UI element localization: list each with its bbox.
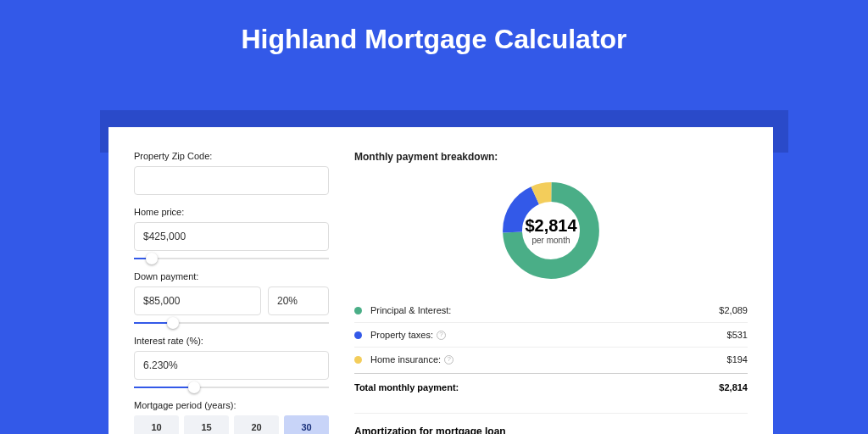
interest-rate-input[interactable]	[134, 351, 329, 380]
period-button-15[interactable]: 15	[184, 415, 229, 434]
down-payment-slider-thumb[interactable]	[167, 317, 179, 329]
inputs-panel: Property Zip Code: Home price: Down paym…	[134, 151, 348, 434]
breakdown-title: Monthly payment breakdown:	[354, 151, 748, 163]
breakdown-panel: Monthly payment breakdown: $2,814 per mo…	[348, 151, 748, 434]
total-row: Total monthly payment: $2,814	[354, 373, 748, 401]
calculator-card: Property Zip Code: Home price: Down paym…	[108, 127, 773, 434]
legend-dot-icon	[354, 331, 362, 339]
zip-field-group: Property Zip Code:	[134, 151, 329, 195]
legend-dot-icon	[354, 356, 362, 364]
legend-row: Home insurance:?$194	[354, 348, 748, 371]
interest-rate-label: Interest rate (%):	[134, 336, 329, 346]
info-icon[interactable]: ?	[444, 355, 453, 364]
period-button-10[interactable]: 10	[134, 415, 179, 434]
legend-label: Principal & Interest:	[370, 305, 719, 315]
total-value: $2,814	[719, 382, 748, 392]
interest-rate-slider-thumb[interactable]	[188, 381, 200, 393]
mortgage-period-label: Mortgage period (years):	[134, 400, 329, 410]
home-price-slider-thumb[interactable]	[146, 253, 158, 264]
page-title: Highland Mortgage Calculator	[0, 0, 868, 55]
donut-center-label: $2,814 per month	[525, 216, 576, 245]
down-payment-field-group: Down payment:	[134, 271, 329, 324]
legend-value: $194	[727, 354, 748, 364]
legend-row: Principal & Interest:$2,089	[354, 298, 748, 323]
total-label: Total monthly payment:	[354, 382, 719, 392]
legend-row: Property taxes:?$531	[354, 323, 748, 348]
down-payment-percent-input[interactable]	[268, 287, 329, 315]
down-payment-amount-input[interactable]	[134, 287, 261, 315]
donut-chart: $2,814 per month	[354, 171, 748, 290]
amortization-title: Amortization for mortgage loan	[354, 426, 748, 434]
home-price-field-group: Home price:	[134, 207, 329, 259]
donut-center-amount: $2,814	[525, 216, 576, 236]
donut-center-period: per month	[525, 236, 576, 245]
legend-dot-icon	[354, 307, 362, 314]
amortization-section: Amortization for mortgage loan Amortizat…	[354, 413, 748, 434]
zip-label: Property Zip Code:	[134, 151, 329, 161]
legend-value: $531	[727, 330, 748, 340]
down-payment-label: Down payment:	[134, 271, 329, 281]
legend-label: Home insurance:?	[370, 354, 727, 364]
legend-label: Property taxes:?	[370, 330, 727, 340]
info-icon[interactable]: ?	[437, 331, 446, 340]
interest-rate-field-group: Interest rate (%):	[134, 336, 329, 388]
period-button-20[interactable]: 20	[234, 415, 279, 434]
mortgage-period-field-group: Mortgage period (years): 10152030	[134, 400, 329, 434]
down-payment-slider[interactable]	[134, 322, 329, 324]
period-button-30[interactable]: 30	[284, 415, 329, 434]
zip-input[interactable]	[134, 166, 329, 195]
home-price-input[interactable]	[134, 222, 329, 251]
home-price-label: Home price:	[134, 207, 329, 217]
home-price-slider[interactable]	[134, 258, 329, 259]
interest-rate-slider[interactable]	[134, 387, 329, 388]
legend-value: $2,089	[719, 305, 748, 315]
breakdown-legend: Principal & Interest:$2,089Property taxe…	[354, 298, 748, 371]
